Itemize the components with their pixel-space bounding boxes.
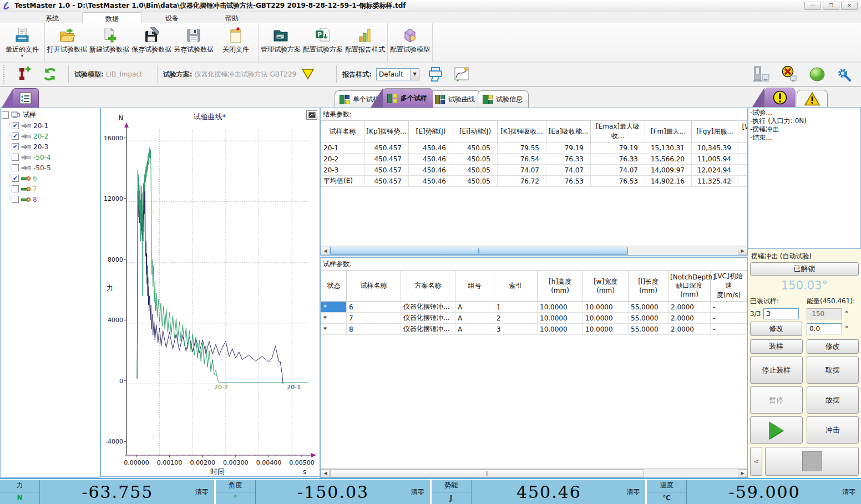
table-cell[interactable]: 15,130.31 [645,142,692,154]
column-header[interactable]: 状态 [321,271,347,302]
tab-试验曲线[interactable]: 试验曲线 [430,90,481,108]
column-header[interactable]: [VC]初始速 度(m/s) [711,271,747,302]
table-cell[interactable]: 76.54 [498,154,546,165]
impact-button[interactable]: 冲击 [807,416,859,444]
table-cell[interactable]: 450.457 [364,176,409,187]
table-cell[interactable]: * [321,313,347,324]
column-header[interactable]: [Kp]摆锤势... [364,121,409,142]
table-cell[interactable]: - [747,313,748,324]
tab-info-messages[interactable] [764,88,796,107]
table-cell[interactable]: 1.8 [738,176,748,187]
tree-checkbox[interactable] [12,196,19,203]
column-header[interactable]: 试样名称 [321,121,364,142]
column-header[interactable]: 组号 [455,271,494,302]
table-cell[interactable]: 10.0000 [538,313,583,324]
table-row[interactable]: 平均值(E)450.457450.46450.0576.7276.5376.53… [321,176,748,187]
table-cell[interactable]: 450.46 [409,154,453,165]
take-pendulum-button[interactable]: 取摆 [807,357,859,384]
combo-dropdown-icon[interactable]: ▼ [410,69,419,80]
tree-checkbox[interactable]: ✔ [12,143,19,150]
table-cell[interactable]: 仪器化摆锤冲... [401,324,455,335]
table-cell[interactable]: 8 [347,324,401,335]
table-cell[interactable]: 1 [494,302,538,313]
table-cell[interactable]: 仪器化摆锤冲... [401,313,455,324]
table-cell[interactable]: 450.457 [364,154,409,165]
table-cell[interactable]: 7 [347,313,401,324]
column-header[interactable]: [Ei]动能(J) [453,121,498,142]
load-specimen-button[interactable]: 装样 [750,339,803,354]
specimen-table[interactable]: 状态试样名称方案名称组号索引[h]高度 (mm)[w]宽度 (mm)[l]长度(… [321,271,747,335]
report-preview-icon[interactable] [454,67,469,82]
table-cell[interactable]: 55.0000 [629,302,668,313]
results-hscrollbar[interactable]: ◀ ‖ ▶ [321,246,747,255]
column-header[interactable]: [Wgy]屈 [738,121,748,142]
table-cell[interactable]: * [321,302,347,313]
scroll-left-icon[interactable]: ◀ [321,469,330,477]
table-cell[interactable]: 55.0000 [629,324,668,335]
table-row[interactable]: *8仪器化摆锤冲...A310.000010.000055.00002.0000… [321,324,748,335]
table-cell[interactable]: 79.19 [546,142,591,154]
table-cell[interactable]: 450.457 [364,142,409,154]
table-cell[interactable]: 450.457 [364,165,409,176]
table-cell[interactable]: 74.07 [591,165,645,176]
table-cell[interactable]: 11,325.42 [692,176,738,187]
tree-checkbox[interactable]: ✔ [12,122,19,129]
pause-button[interactable]: 暂停 [750,386,803,414]
table-cell[interactable]: 20-1 [321,142,364,154]
table-cell[interactable]: * [321,324,347,335]
table-row[interactable]: 20-2450.457450.46450.0576.5476.3376.3315… [321,154,748,165]
table-cell[interactable]: 10.0000 [538,302,583,313]
table-cell[interactable]: 1.5 [738,142,748,154]
specimen-hscrollbar[interactable]: ◀ ‖ ▶ [321,468,747,477]
table-cell[interactable]: - [747,302,748,313]
table-cell[interactable]: 76.72 [498,176,546,187]
table-cell[interactable]: 10.0000 [583,313,629,324]
table-cell[interactable]: 450.05 [453,142,498,154]
table-cell[interactable]: 450.46 [409,142,453,154]
restore-button[interactable]: ❐ [823,2,839,10]
table-cell[interactable]: 20-3 [321,165,364,176]
toolbar-manage-plan-button[interactable]: 管理试验方案 [260,25,302,60]
tab-试验信息[interactable]: 试验信息 [478,90,529,108]
stop-loading-button[interactable]: 停止装样 [750,357,803,384]
table-cell[interactable]: - [711,313,747,324]
table-cell[interactable]: 3 [494,324,538,335]
tree-item-20-1[interactable]: ✔20-1 [12,120,99,131]
tree-item-8[interactable]: 8 [12,194,99,205]
table-cell[interactable]: 450.05 [453,154,498,165]
tab-多个试样[interactable]: 多个试样 [382,88,433,108]
initial-angle-input[interactable] [807,323,842,334]
table-cell[interactable]: - [747,324,748,335]
table-cell[interactable]: 2.0000 [668,302,711,313]
column-header[interactable]: [NotchDepth] 缺口深度 (mm) [668,271,711,302]
table-cell[interactable]: A [455,324,494,335]
column-header[interactable]: [h]高度 (mm) [538,271,583,302]
toolbar-config-model-button[interactable]: 配置试验模型 [389,25,431,60]
table-cell[interactable]: 2.0000 [668,313,711,324]
table-cell[interactable]: 450.05 [453,165,498,176]
table-row[interactable]: *6仪器化摆锤冲...A110.000010.000055.00002.0000… [321,302,748,313]
column-header[interactable]: 索引 [494,271,538,302]
table-cell[interactable]: 10.0000 [583,302,629,313]
column-header[interactable]: [E]势能(J) [409,121,453,142]
table-cell[interactable]: 仪器化摆锤冲... [401,302,455,313]
table-cell[interactable]: 14,009.97 [645,165,692,176]
table-cell[interactable]: 15,566.20 [645,154,692,165]
collapse-button[interactable]: < [750,447,762,476]
table-cell[interactable]: 2 [494,313,538,324]
report-style-combobox[interactable]: Default ▼ [376,68,419,80]
scroll-left-icon[interactable]: ◀ [321,247,330,255]
tree-tab[interactable] [12,88,39,108]
column-header[interactable]: 试样名称 [347,271,401,302]
clear-button[interactable]: 清零 [842,480,861,504]
column-header[interactable] [747,271,748,302]
table-cell[interactable]: 10,345.39 [692,142,738,154]
print-icon[interactable] [427,67,444,82]
table-cell[interactable]: 450.46 [409,165,453,176]
tree-item-20-2[interactable]: ✔20-2 [12,131,99,141]
table-cell[interactable]: 10.0000 [538,324,583,335]
table-cell[interactable]: 450.05 [453,176,498,187]
tree-item--50-4[interactable]: -50-4 [12,152,99,162]
table-cell[interactable]: 平均值(E) [321,176,364,187]
column-header[interactable]: [K]摆锤吸收... [498,121,546,142]
